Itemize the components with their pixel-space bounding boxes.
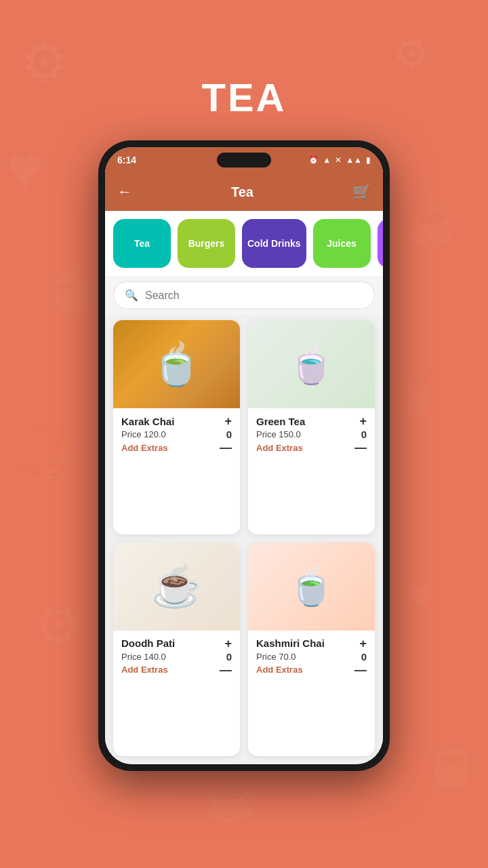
- product-card-kashmiri: Kashmiri Chai + Price 70.0 0 Add Extras …: [248, 542, 375, 757]
- minus-button-green[interactable]: —: [354, 441, 367, 454]
- product-image-karak: [113, 320, 240, 408]
- product-price-green: Price 150.0: [256, 429, 301, 439]
- add-button-doodh[interactable]: +: [224, 637, 232, 650]
- product-info-green: Green Tea + Price 150.0 0 Add Extras —: [248, 408, 375, 460]
- search-icon: 🔍: [125, 289, 138, 302]
- app-header: ← Tea 🛒: [105, 173, 383, 211]
- product-name-karak: Karak Chai: [121, 416, 174, 427]
- category-tab-cold-drinks[interactable]: Cold Drinks: [242, 219, 306, 268]
- svg-text:☕: ☕: [407, 196, 462, 249]
- add-extras-doodh[interactable]: Add Extras: [121, 665, 168, 675]
- search-bar: 🔍: [113, 281, 375, 309]
- product-price-kashmiri: Price 70.0: [256, 652, 296, 662]
- product-image-doodh: [113, 542, 240, 631]
- add-button-kashmiri[interactable]: +: [359, 637, 367, 650]
- add-extras-kashmiri[interactable]: Add Extras: [256, 665, 303, 675]
- svg-text:♥: ♥: [7, 135, 43, 203]
- svg-text:⚙: ⚙: [20, 33, 69, 93]
- category-tabs: Tea Burgers Cold Drinks Juices Pa...: [105, 211, 383, 276]
- svg-text:🍵: 🍵: [420, 732, 484, 793]
- svg-text:🥤: 🥤: [393, 369, 444, 417]
- search-input[interactable]: [145, 290, 363, 302]
- category-tab-burgers[interactable]: Burgers: [178, 219, 235, 268]
- product-card-karak: Karak Chai + Price 120.0 0 Add Extras —: [113, 320, 240, 534]
- alarm-icon: ⏰: [308, 155, 319, 165]
- status-time: 6:14: [117, 155, 136, 165]
- back-button[interactable]: ←: [117, 183, 132, 201]
- products-grid: Karak Chai + Price 120.0 0 Add Extras —: [105, 315, 383, 764]
- minus-button-kashmiri[interactable]: —: [354, 664, 367, 676]
- product-name-doodh: Doodh Pati: [121, 637, 175, 649]
- signal-icon: ▲▲: [346, 155, 362, 165]
- product-name-kashmiri: Kashmiri Chai: [256, 637, 325, 649]
- svg-text:🍔: 🍔: [14, 427, 77, 488]
- status-icons: ⏰ ▲ ✕ ▲▲ ▮: [308, 155, 371, 165]
- wifi-icon: ▲: [323, 155, 331, 165]
- svg-text:⚙: ⚙: [34, 595, 83, 656]
- svg-text:⚙: ⚙: [393, 31, 430, 77]
- product-price-karak: Price 120.0: [121, 429, 166, 439]
- category-tab-juices[interactable]: Juices: [313, 219, 371, 268]
- add-button-karak[interactable]: +: [224, 415, 232, 427]
- svg-text:🍵: 🍵: [41, 261, 100, 317]
- add-extras-green[interactable]: Add Extras: [256, 443, 303, 453]
- product-info-karak: Karak Chai + Price 120.0 0 Add Extras —: [113, 408, 240, 460]
- product-image-green: [248, 320, 375, 408]
- add-button-green[interactable]: +: [359, 415, 367, 427]
- status-bar: 6:14 ⏰ ▲ ✕ ▲▲ ▮: [105, 147, 383, 173]
- product-qty-kashmiri: 0: [361, 651, 367, 663]
- product-info-kashmiri: Kashmiri Chai + Price 70.0 0 Add Extras …: [248, 631, 375, 683]
- page-title: TEA: [202, 75, 287, 120]
- minus-button-karak[interactable]: —: [220, 441, 232, 454]
- product-qty-doodh: 0: [226, 651, 232, 663]
- svg-text:☕: ☕: [203, 772, 259, 825]
- product-card-green: Green Tea + Price 150.0 0 Add Extras —: [248, 320, 375, 534]
- phone-screen: 6:14 ⏰ ▲ ✕ ▲▲ ▮ ← Tea 🛒 Tea Burgers Cold…: [105, 147, 383, 764]
- product-image-kashmiri: [248, 542, 375, 631]
- header-title: Tea: [231, 184, 253, 200]
- category-tab-pa[interactable]: Pa...: [378, 219, 383, 268]
- product-qty-karak: 0: [226, 429, 232, 440]
- product-name-green: Green Tea: [256, 416, 305, 427]
- battery-icon: ▮: [366, 155, 371, 165]
- product-price-doodh: Price 140.0: [121, 652, 166, 662]
- product-info-doodh: Doodh Pati + Price 140.0 0 Add Extras —: [113, 631, 240, 683]
- product-card-doodh: Doodh Pati + Price 140.0 0 Add Extras —: [113, 542, 240, 757]
- x-icon: ✕: [335, 155, 342, 165]
- add-extras-karak[interactable]: Add Extras: [121, 443, 168, 453]
- phone-shell: 6:14 ⏰ ▲ ✕ ▲▲ ▮ ← Tea 🛒 Tea Burgers Cold…: [98, 140, 390, 771]
- category-tab-tea[interactable]: Tea: [113, 219, 171, 268]
- product-qty-green: 0: [361, 429, 367, 440]
- svg-text:♥: ♥: [407, 568, 435, 620]
- cart-icon[interactable]: 🛒: [352, 183, 371, 201]
- minus-button-doodh[interactable]: —: [220, 664, 232, 676]
